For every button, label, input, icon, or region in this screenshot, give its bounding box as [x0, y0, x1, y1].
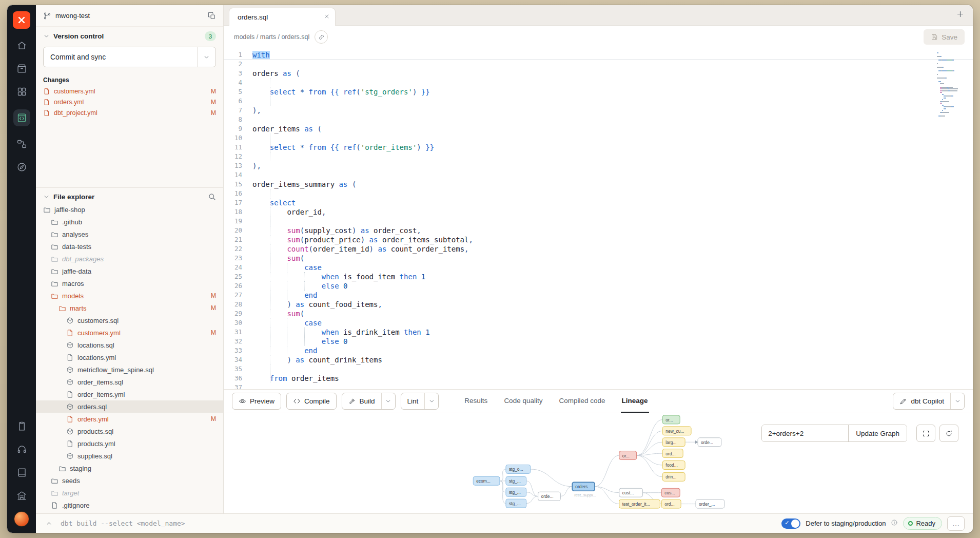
- code-line-1[interactable]: 1with: [224, 50, 973, 60]
- dag-node-larg[interactable]: larg...: [662, 438, 685, 447]
- rail-item-environments[interactable]: [16, 63, 27, 74]
- code-line-26[interactable]: 26 else 0: [224, 281, 973, 291]
- code-line-19[interactable]: 19: [224, 217, 973, 226]
- copy-path-button[interactable]: [315, 30, 328, 44]
- code-line-11[interactable]: 11 select * from {{ ref('order_items') }…: [224, 143, 973, 152]
- lint-button[interactable]: Lint: [401, 393, 439, 410]
- dag-node-orders[interactable]: orders: [572, 482, 595, 491]
- tree-item-products.sql[interactable]: products.sql: [36, 425, 223, 437]
- dag-node-ord2[interactable]: ord...: [661, 499, 681, 508]
- tree-item-staging[interactable]: staging: [36, 462, 223, 474]
- dag-node-toi[interactable]: test_order_it...: [619, 499, 660, 508]
- dag-node-ecom[interactable]: ecom...: [473, 476, 500, 485]
- user-avatar[interactable]: [14, 511, 29, 527]
- code-line-16[interactable]: 16: [224, 189, 973, 198]
- code-line-4[interactable]: 4: [224, 78, 973, 87]
- rail-item-notes[interactable]: [16, 421, 27, 432]
- code-line-28[interactable]: 28 ) as count_food_items,: [224, 300, 973, 309]
- tree-item-locations.sql[interactable]: locations.sql: [36, 339, 223, 351]
- file-explorer-header[interactable]: File explorer: [36, 187, 223, 203]
- rail-item-explore[interactable]: [16, 162, 27, 172]
- tree-item-analyses[interactable]: analyses: [36, 228, 223, 240]
- dag-node-org[interactable]: or...: [662, 415, 680, 424]
- tree-item-order_items.sql[interactable]: order_items.sql: [36, 376, 223, 388]
- tree-item-data-tests[interactable]: data-tests: [36, 240, 223, 253]
- version-control-header[interactable]: Version control 3: [36, 27, 223, 44]
- tree-item-orders.sql[interactable]: orders.sql: [36, 400, 223, 413]
- build-options-chevron[interactable]: [381, 393, 395, 409]
- lineage-selector-input[interactable]: [762, 425, 848, 441]
- changed-file-orders.yml[interactable]: orders.ymlM: [36, 97, 223, 107]
- code-line-24[interactable]: 24 case: [224, 263, 973, 272]
- tree-item-marts[interactable]: martsM: [36, 302, 223, 314]
- tree-item-target[interactable]: target: [36, 487, 223, 499]
- tree-item-dbt_packages[interactable]: dbt_packages: [36, 253, 223, 265]
- code-line-32[interactable]: 32 else 0: [224, 337, 973, 346]
- code-line-36[interactable]: 36 from order_items: [224, 374, 973, 383]
- tree-item-.gitignore[interactable]: .gitignore: [36, 499, 223, 511]
- code-editor[interactable]: 1with23orders as (45 select * from {{ re…: [224, 48, 973, 389]
- lineage-panel[interactable]: ecom...stg_o...stg_...stg_...stg_...orde…: [224, 413, 973, 513]
- rail-item-organization[interactable]: [16, 490, 27, 501]
- code-line-30[interactable]: 30 case: [224, 318, 973, 328]
- code-line-22[interactable]: 22 count(order_item_id) as count_order_i…: [224, 244, 973, 254]
- dag-node-ordw[interactable]: orde...: [698, 438, 721, 447]
- rail-item-apps[interactable]: [16, 86, 27, 97]
- tree-item-order_items.yml[interactable]: order_items.yml: [36, 388, 223, 400]
- save-button[interactable]: Save: [924, 29, 965, 45]
- commit-and-sync-button[interactable]: Commit and sync: [43, 47, 216, 67]
- tree-item-.github[interactable]: .github: [36, 216, 223, 228]
- dbt-copilot-button[interactable]: dbt Copilot: [893, 393, 965, 410]
- rail-item-support[interactable]: [16, 444, 27, 455]
- code-line-12[interactable]: 12: [224, 152, 973, 161]
- code-line-9[interactable]: 9order_items as (: [224, 124, 973, 133]
- changed-file-dbt_project.yml[interactable]: dbt_project.ymlM: [36, 107, 223, 118]
- code-line-21[interactable]: 21 sum(product_price) as order_items_sub…: [224, 235, 973, 244]
- tree-item-jaffle-data[interactable]: jaffle-data: [36, 265, 223, 277]
- dag-node-stg2[interactable]: stg_...: [506, 488, 526, 496]
- dag-node-orp[interactable]: or...: [619, 451, 637, 460]
- dag-node-newcu[interactable]: new_cu...: [662, 427, 691, 435]
- code-line-10[interactable]: 10: [224, 133, 973, 143]
- code-line-33[interactable]: 33 end: [224, 346, 973, 355]
- update-graph-button[interactable]: Update Graph: [848, 425, 907, 441]
- tree-item-orders.yml[interactable]: orders.ymlM: [36, 413, 223, 425]
- tree-item-metricflow_time_spine.sql[interactable]: metricflow_time_spine.sql: [36, 363, 223, 376]
- dag-node-ordm[interactable]: orde...: [538, 492, 561, 501]
- fullscreen-button[interactable]: [916, 425, 935, 442]
- more-options-button[interactable]: …: [947, 516, 965, 531]
- code-line-27[interactable]: 27 end: [224, 291, 973, 300]
- tab-lineage[interactable]: Lineage: [621, 390, 649, 413]
- tree-item-jaffle-shop[interactable]: jaffle-shop: [36, 203, 223, 216]
- code-line-2[interactable]: 2: [224, 60, 973, 69]
- code-line-35[interactable]: 35: [224, 364, 973, 374]
- tree-item-customers.yml[interactable]: customers.ymlM: [36, 326, 223, 339]
- dag-node-stg1[interactable]: stg_...: [506, 476, 526, 485]
- preview-button[interactable]: Preview: [232, 393, 281, 410]
- close-tab-button[interactable]: [324, 13, 330, 21]
- compile-button[interactable]: Compile: [286, 393, 337, 410]
- code-line-6[interactable]: 6: [224, 97, 973, 106]
- lint-options-chevron[interactable]: [424, 393, 438, 409]
- code-line-15[interactable]: 15order_items_summary as (: [224, 180, 973, 189]
- dag-node-stg0[interactable]: stg_o...: [506, 465, 531, 473]
- tree-item-customers.sql[interactable]: customers.sql: [36, 314, 223, 326]
- code-line-23[interactable]: 23 sum(: [224, 254, 973, 263]
- tab-orders-sql[interactable]: orders.sql: [229, 8, 336, 26]
- info-icon[interactable]: [891, 519, 898, 528]
- code-line-13[interactable]: 13),: [224, 161, 973, 170]
- dag-node-stg3[interactable]: stg_...: [506, 499, 526, 508]
- tree-item-products.yml[interactable]: products.yml: [36, 437, 223, 450]
- code-line-29[interactable]: 29 sum(: [224, 309, 973, 318]
- dag-node-orderf[interactable]: order_...: [696, 499, 724, 508]
- dag-node-food[interactable]: food...: [662, 461, 685, 470]
- dbt-logo-icon[interactable]: [13, 11, 30, 29]
- code-line-8[interactable]: 8: [224, 115, 973, 124]
- tab-results[interactable]: Results: [463, 390, 488, 413]
- copy-icon[interactable]: [208, 12, 216, 20]
- dag-node-drin[interactable]: drin...: [662, 472, 685, 481]
- dag-node-ord1[interactable]: ord...: [662, 449, 683, 458]
- dag-node-cust[interactable]: cust...: [619, 488, 643, 497]
- tree-item-supplies.sql[interactable]: supplies.sql: [36, 450, 223, 462]
- code-line-14[interactable]: 14: [224, 170, 973, 180]
